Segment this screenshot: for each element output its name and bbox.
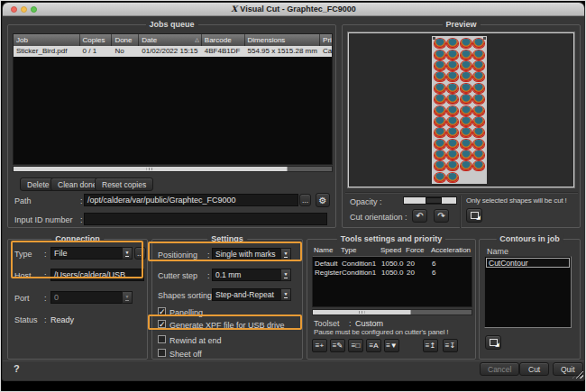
sticker-thumb — [435, 150, 445, 160]
contours-header: Name — [487, 247, 508, 256]
shapes-sorting-combo-arrow[interactable]: ▼ — [280, 288, 291, 301]
input-id-label: Input ID number — [14, 215, 73, 224]
cutter-step-label: Cutter step — [158, 271, 197, 280]
tools-table-header: Name Type Speed Force Acceleration — [312, 246, 474, 255]
export-toolset-button[interactable]: ≡↥ — [423, 339, 438, 352]
undo-arrow-icon: ↶ — [416, 211, 423, 221]
positioning-combo[interactable]: Single with marks — [212, 248, 281, 260]
sticker-thumb — [447, 150, 458, 160]
column-header-job[interactable]: Job — [14, 34, 80, 46]
sticker-thumb — [461, 39, 472, 48]
sticker-thumb — [447, 50, 458, 59]
tool-row-register[interactable]: Register Condition1 1050.0 20 6 — [313, 269, 472, 278]
select-contour-button[interactable]: ◤ — [485, 335, 501, 350]
sheet-off-label[interactable]: Sheet off — [169, 350, 202, 359]
path-browse-button[interactable]: ... — [299, 194, 311, 206]
scrollbar-thumb[interactable] — [14, 167, 288, 171]
add-condition-button[interactable]: ≡+ — [312, 339, 327, 352]
connection-group: Connection Type : File ▼ ... Host : /Use… — [7, 239, 148, 360]
help-button[interactable]: ? — [14, 363, 20, 374]
input-id-field[interactable] — [84, 213, 327, 225]
sticker-thumb — [461, 50, 472, 59]
settings-group: Settings Positioning : Single with marks… — [151, 239, 303, 360]
type-combo-arrow[interactable]: ▼ — [122, 247, 133, 260]
sticker-thumb — [473, 161, 484, 170]
cutter-step-combo-arrow[interactable]: ▼ — [280, 269, 291, 281]
sticker-thumb — [473, 50, 484, 59]
job-row-selected[interactable]: Sticker_Bird.pdf 0 / 1 No 01/02/2022 15:… — [14, 46, 332, 57]
opacity-label: Opacity : — [350, 197, 382, 206]
column-header-copies[interactable]: Copies — [80, 34, 113, 46]
job-name-cell: Sticker_Bird.pdf — [14, 46, 80, 57]
opacity-slider[interactable] — [403, 196, 457, 205]
opacity-slider-handle[interactable] — [426, 197, 441, 204]
job-printer-cell: Can — [320, 46, 332, 57]
import-toolset-button[interactable]: ≡↧ — [443, 339, 458, 352]
port-field: 0 — [50, 291, 123, 304]
column-header-dimensions[interactable]: Dimensions — [245, 34, 321, 46]
job-done-cell: No — [112, 46, 139, 57]
media-strip — [432, 36, 487, 184]
sticker-thumb — [435, 128, 445, 137]
shapes-sorting-label: Shapes sorting — [158, 291, 212, 300]
job-dimensions-cell: 554.95 x 1515.28 mm — [245, 46, 321, 57]
type-combo[interactable]: File — [50, 247, 123, 260]
rewind-at-end-checkbox[interactable] — [158, 335, 166, 343]
list-copy-icon: ≡□ — [352, 342, 361, 350]
connection-title: Connection — [51, 234, 104, 243]
tools-table-hscrollbar[interactable] — [312, 309, 472, 315]
sticker-thumb — [435, 106, 445, 115]
cutter-step-combo[interactable]: 0.1 mm — [212, 269, 281, 281]
path-settings-button[interactable]: ⚙ — [316, 193, 330, 207]
scrollbar-thumb[interactable] — [313, 310, 411, 315]
contour-item-selected[interactable]: CutContour — [486, 258, 570, 268]
host-field[interactable]: /Users/caldera/USB — [50, 269, 144, 281]
sticker-thumb — [447, 61, 458, 70]
generate-xpf-label[interactable]: Generate XPF file for USB drive — [169, 321, 285, 330]
selected-shapes-note: Only selected shapes will be cut ! — [466, 196, 579, 205]
cut-button[interactable]: Cut — [519, 362, 549, 376]
list-add-icon: ≡+ — [316, 342, 324, 350]
column-header-date[interactable]: Date△ — [139, 34, 202, 46]
sticker-thumb — [435, 72, 445, 81]
orientation-ccw-button[interactable]: ↶ — [412, 209, 427, 223]
tool-row-default[interactable]: Default Condition1 1050.0 20 6 — [313, 260, 472, 269]
edit-condition-button[interactable]: ≡✎ — [330, 339, 345, 352]
generate-xpf-checkbox[interactable]: ✓ — [158, 320, 166, 328]
panelling-label[interactable]: Panelling — [169, 308, 203, 317]
sticker-thumb — [435, 140, 445, 149]
jobs-table-hscrollbar[interactable] — [13, 166, 333, 172]
rewind-at-end-label[interactable]: Rewind at end — [169, 336, 222, 345]
sticker-thumb — [473, 95, 484, 104]
shapes-sorting-combo[interactable]: Step-and-Repeat — [212, 288, 281, 301]
preview-title: Preview — [442, 20, 480, 29]
sticker-thumb — [435, 61, 445, 70]
copy-condition-button[interactable]: ≡□ — [348, 339, 363, 352]
tools-table: Default Condition1 1050.0 20 6 Register … — [312, 256, 472, 307]
column-header-barcode[interactable]: Barcode — [202, 34, 245, 46]
preview-viewport[interactable] — [348, 32, 574, 187]
type-browse-button[interactable]: ... — [134, 247, 146, 260]
select-shapes-button[interactable]: ◤ — [466, 208, 482, 223]
sort-priority-button[interactable]: ≡▼ — [384, 339, 399, 352]
positioning-label: Positioning — [158, 251, 197, 260]
contours-title: Contours in job — [496, 234, 563, 243]
orientation-cw-button[interactable]: ↷ — [434, 209, 449, 223]
sticker-thumb — [473, 128, 484, 137]
reset-copies-button[interactable]: Reset copies — [95, 178, 153, 191]
sticker-thumb — [435, 84, 445, 93]
column-header-printer[interactable]: Prin — [320, 34, 332, 46]
panelling-checkbox[interactable]: ✓ — [158, 307, 166, 315]
sort-ascending-icon: △ — [195, 36, 201, 46]
path-field[interactable]: /opt/caldera/var/public/Graphtec_FC9000 — [84, 194, 298, 206]
sort-name-button[interactable]: ≡A — [366, 339, 381, 352]
positioning-combo-arrow[interactable]: ▼ — [280, 248, 291, 260]
sheet-off-checkbox[interactable] — [158, 349, 166, 357]
column-header-done[interactable]: Done — [112, 34, 139, 46]
port-label: Port — [14, 294, 30, 303]
type-label: Type — [14, 250, 32, 259]
sticker-thumb — [447, 106, 458, 115]
sticker-thumb — [473, 140, 484, 149]
sticker-thumb — [435, 161, 445, 170]
sticker-thumb — [447, 117, 458, 126]
